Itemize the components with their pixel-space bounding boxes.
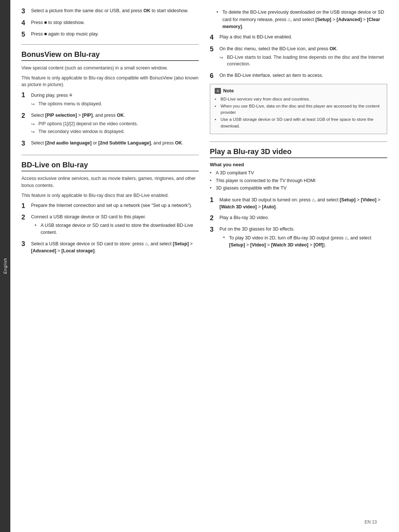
bdlive-steps: 1 Prepare the Internet connection and se… [21, 202, 199, 255]
page-footer: EN 13 [365, 519, 377, 525]
bullet-dot: • [223, 234, 227, 249]
bonusview-desc1: View special content (such as commentari… [21, 65, 199, 72]
step-item: 5 Press ■ again to stop music play. [21, 31, 199, 39]
bullet-item: • A USB storage device or SD card is use… [35, 222, 199, 236]
top-step-list: 3 Select a picture from the same disc or… [21, 7, 199, 39]
right-column: • To delete the BD-Live previously downl… [210, 7, 387, 521]
arrow-icon: ↪ [219, 54, 225, 68]
note-text: BD-Live services vary from discs and cou… [221, 96, 310, 102]
step-number: 1 [210, 196, 216, 204]
step-number: 6 [210, 72, 216, 80]
sub-step: ↪ The options menu is displayed. [31, 100, 199, 108]
step-content: On the BD-Live interface, select an item… [219, 72, 387, 79]
step-content: Make sure that 3D output is turned on: p… [219, 196, 387, 211]
sub-step-text: The options menu is displayed. [38, 100, 102, 108]
step-content: During play, press ≡ ↪ The options menu … [31, 91, 199, 108]
bullet-item: • This player is connected to the TV thr… [210, 177, 387, 184]
bonusview-title: BonusView on Blu-ray [21, 50, 199, 61]
sub-step: ↪ The secondary video window is displaye… [31, 128, 199, 135]
bullet-item: • To play 3D video in 2D, turn off Blu-r… [223, 234, 387, 249]
step-number: 3 [21, 240, 28, 248]
sub-steps: ↪ PIP options [1]/[2] depend on the vide… [31, 120, 199, 135]
step-number: 5 [21, 31, 28, 39]
section-divider [21, 155, 199, 155]
bdlive-top-bullets: • To delete the BD-Live previously downl… [210, 9, 387, 30]
bullet-list: • A USB storage device or SD card is use… [31, 222, 199, 236]
step-content: Select [2nd audio language] or [2nd Subt… [31, 140, 199, 147]
arrow-icon: ↪ [31, 101, 36, 108]
step-number: 3 [21, 7, 28, 16]
bdlive-continued-section: • To delete the BD-Live previously downl… [210, 9, 387, 134]
arrow-icon: ↪ [31, 129, 36, 135]
bullet-text: A USB storage device or SD card is used … [41, 222, 199, 236]
sub-step-text: BD-Live starts to load. The loading time… [227, 54, 387, 68]
what-you-need-label: What you need [210, 162, 387, 167]
step-content: Connect a USB storage device or SD card … [31, 214, 199, 236]
bdlive-title: BD-Live on Blu-ray [21, 161, 199, 171]
what-you-need-list: • A 3D compliant TV • This player is con… [210, 170, 387, 192]
note-box: ≡ Note • BD-Live services vary from disc… [210, 84, 387, 134]
step-content: Put on the 3D glasses for 3D effects. • … [219, 226, 387, 249]
bdlive-desc2: This feature is only applicable to Blu-r… [21, 192, 199, 199]
note-icon: ≡ [215, 88, 221, 94]
bullet-text: To play 3D video in 2D, turn off Blu-ray… [229, 234, 387, 249]
bullet-item: • 3D glasses compatible with the TV [210, 185, 387, 192]
step-number: 4 [210, 34, 216, 42]
step-number: 3 [210, 226, 216, 234]
bullet-dot: • [35, 222, 38, 236]
step-number: 2 [210, 214, 216, 222]
step-item: 6 On the BD-Live interface, select an it… [210, 72, 387, 80]
note-list: • BD-Live services vary from discs and c… [215, 96, 382, 129]
bullet-item: • To delete the BD-Live previously downl… [216, 9, 387, 30]
main-content: 3 Select a picture from the same disc or… [10, 0, 399, 532]
bluray3d-steps: 1 Make sure that 3D output is turned on:… [210, 196, 387, 249]
note-label: Note [223, 88, 234, 93]
left-column: 3 Select a picture from the same disc or… [21, 7, 199, 521]
need-text: 3D glasses compatible with the TV [216, 185, 287, 192]
step-content: Play a disc that is BD-Live enabled. [219, 34, 387, 41]
bullet-text: To delete the BD-Live previously downloa… [222, 9, 387, 30]
bluray3d-title: Play a Blu-ray 3D video [210, 147, 387, 158]
bonusview-steps: 1 During play, press ≡ ↪ The options men… [21, 91, 199, 147]
sub-step-text: PIP options [1]/[2] depend on the video … [38, 120, 138, 127]
step-number: 2 [21, 112, 28, 120]
bullet-dot: • [215, 96, 218, 102]
step-item: 1 Make sure that 3D output is turned on:… [210, 196, 387, 211]
bullet-dot: • [210, 185, 214, 192]
step-number: 1 [21, 202, 28, 210]
step-content: Select a picture from the same disc or U… [31, 7, 199, 14]
step-item: 2 Connect a USB storage device or SD car… [21, 214, 199, 236]
bonusview-section: BonusView on Blu-ray View special conten… [21, 50, 199, 148]
note-header: ≡ Note [215, 88, 382, 94]
need-text: A 3D compliant TV [216, 170, 254, 177]
bullet-item: • A 3D compliant TV [210, 170, 387, 177]
sidebar: English [0, 0, 10, 532]
step-content: Prepare the Internet connection and set … [31, 202, 199, 209]
note-text: Use a USB storage device or SD card with… [221, 116, 382, 129]
sub-step: ↪ BD-Live starts to load. The loading ti… [219, 54, 387, 68]
step-item: 4 Press ■ to stop slideshow. [21, 19, 199, 27]
step-content: Select [PIP selection] > [PIP], and pres… [31, 112, 199, 136]
step-item: 4 Play a disc that is BD-Live enabled. [210, 34, 387, 42]
step-number: 1 [21, 91, 28, 99]
bullet-dot: • [216, 9, 220, 30]
note-list-item: • When you use BD-Live, data on the disc… [215, 103, 382, 116]
bullet-dot: • [215, 103, 218, 116]
step-content: Play a Blu-ray 3D video. [219, 214, 387, 221]
top-steps-section: 3 Select a picture from the same disc or… [21, 7, 199, 39]
note-list-item: • Use a USB storage device or SD card wi… [215, 116, 382, 129]
need-text: This player is connected to the TV throu… [216, 177, 316, 184]
step-content: Press ■ again to stop music play. [31, 31, 199, 38]
step-item: 1 During play, press ≡ ↪ The options men… [21, 91, 199, 108]
section-divider [210, 141, 387, 142]
step-item: 3 Select a USB storage device or SD card… [21, 240, 199, 255]
step-number: 4 [21, 19, 28, 27]
step-number: 3 [21, 140, 28, 148]
sub-step: ↪ PIP options [1]/[2] depend on the vide… [31, 120, 199, 127]
bullet-dot: • [215, 116, 218, 129]
step-item: 2 Select [PIP selection] > [PIP], and pr… [21, 112, 199, 136]
note-text: When you use BD-Live, data on the disc a… [221, 103, 382, 116]
step-content: Select a USB storage device or SD card t… [31, 240, 199, 255]
step-item: 2 Play a Blu-ray 3D video. [210, 214, 387, 222]
bluray3d-section: Play a Blu-ray 3D video What you need • … [210, 147, 387, 249]
